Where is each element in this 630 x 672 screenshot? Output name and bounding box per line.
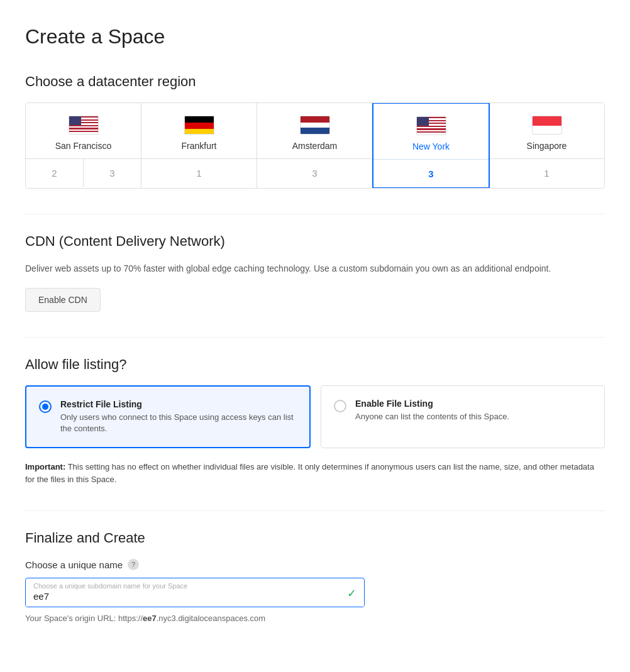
unique-name-label: Choose a unique name ? — [25, 559, 605, 570]
file-listing-options: Restrict File Listing Only users who con… — [25, 385, 605, 448]
flag-sg-sgp — [532, 116, 562, 135]
enable-listing-text: Enable File Listing Anyone can list the … — [355, 399, 509, 422]
origin-url-bold: ee7 — [143, 614, 157, 623]
cdn-description: Deliver web assets up to 70% faster with… — [25, 262, 605, 275]
origin-url: Your Space's origin URL: https://ee7.nyc… — [25, 614, 605, 623]
datacenter-section: Choose a datacenter region San Francisco… — [25, 74, 605, 189]
restrict-radio[interactable] — [39, 400, 52, 413]
datacenter-heading: Choose a datacenter region — [25, 74, 605, 90]
region-num-sfo-3[interactable]: 3 — [84, 159, 141, 187]
important-label: Important: — [25, 462, 65, 471]
space-name-placeholder: Choose a unique subdomain name for your … — [26, 578, 364, 590]
page-title: Create a Space — [25, 25, 605, 48]
flag-nl-ams — [300, 116, 330, 135]
region-name-nyc: New York — [412, 141, 450, 151]
divider-2 — [25, 337, 605, 338]
region-num-nyc-3[interactable]: 3 — [373, 160, 489, 187]
region-num-sfo-2[interactable]: 2 — [26, 159, 84, 187]
region-num-fra-1[interactable]: 1 — [141, 159, 257, 187]
enable-description: Anyone can list the contents of this Spa… — [355, 411, 509, 422]
enable-file-listing-card[interactable]: Enable File Listing Anyone can list the … — [321, 385, 605, 448]
restrict-file-listing-card[interactable]: Restrict File Listing Only users who con… — [25, 385, 311, 448]
region-card-nyc[interactable]: New York 3 — [372, 102, 490, 189]
finalize-heading: Finalize and Create — [25, 530, 605, 546]
region-grid: San Francisco 2 3 Frankfurt 1 Amsterdam — [25, 102, 605, 189]
restrict-description: Only users who connect to this Space usi… — [60, 412, 297, 434]
region-name-sfo: San Francisco — [55, 141, 111, 151]
cdn-section: CDN (Content Delivery Network) Deliver w… — [25, 233, 605, 312]
region-card-sgp[interactable]: Singapore 1 — [489, 103, 604, 188]
region-card-fra[interactable]: Frankfurt 1 — [141, 103, 257, 188]
region-name-fra: Frankfurt — [181, 141, 216, 151]
flag-us-nyc — [416, 116, 446, 135]
cdn-heading: CDN (Content Delivery Network) — [25, 233, 605, 250]
help-icon[interactable]: ? — [128, 559, 139, 570]
file-listing-heading: Allow file listing? — [25, 356, 605, 373]
enable-cdn-button[interactable]: Enable CDN — [25, 288, 101, 312]
region-name-ams: Amsterdam — [292, 141, 338, 151]
divider-1 — [25, 214, 605, 214]
region-num-sgp-1[interactable]: 1 — [489, 159, 604, 187]
origin-url-prefix: Your Space's origin URL: https:// — [25, 614, 143, 623]
flag-us-sfo — [69, 116, 99, 135]
important-text: This setting has no effect on whether in… — [25, 462, 594, 484]
enable-title: Enable File Listing — [355, 399, 509, 409]
enable-radio[interactable] — [334, 400, 346, 412]
space-name-input-wrapper: Choose a unique subdomain name for your … — [25, 578, 365, 607]
region-name-sgp: Singapore — [527, 141, 567, 151]
region-num-ams-3[interactable]: 3 — [257, 159, 372, 187]
restrict-listing-text: Restrict File Listing Only users who con… — [60, 399, 297, 434]
check-icon: ✓ — [347, 587, 356, 600]
important-note: Important: This setting has no effect on… — [25, 461, 605, 485]
region-card-ams[interactable]: Amsterdam 3 — [257, 103, 373, 188]
flag-de-fra — [184, 116, 214, 135]
region-card-sfo[interactable]: San Francisco 2 3 — [26, 103, 141, 188]
origin-url-suffix: .nyc3.digitaloceanspaces.com — [157, 614, 265, 623]
restrict-title: Restrict File Listing — [60, 399, 297, 409]
space-name-input[interactable] — [26, 590, 364, 607]
unique-name-text: Choose a unique name — [25, 559, 123, 570]
divider-3 — [25, 510, 605, 511]
finalize-section: Finalize and Create Choose a unique name… — [25, 530, 605, 623]
file-listing-section: Allow file listing? Restrict File Listin… — [25, 356, 605, 485]
